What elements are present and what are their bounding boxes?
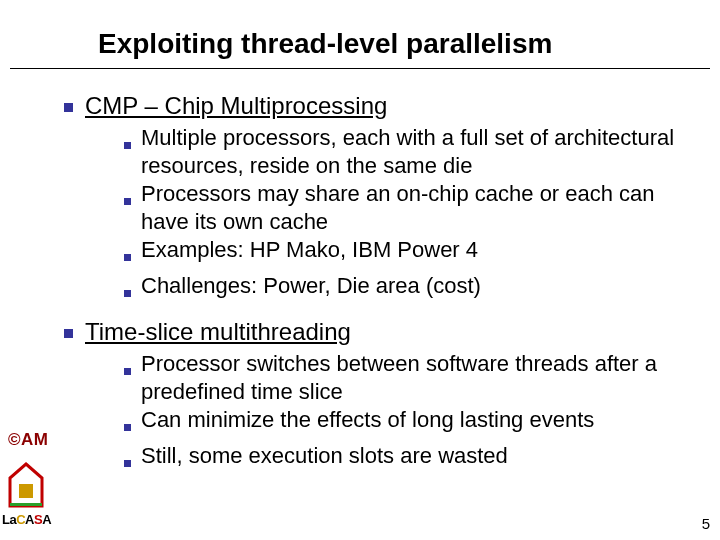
slide-content: CMP – Chip Multiprocessing Multiple proc… [64,92,704,488]
topic-sublist: Processor switches between software thre… [124,350,704,478]
bullet-small-square-icon [124,290,131,297]
sub-point-text: Processor switches between software thre… [141,350,704,406]
page-number: 5 [702,515,710,532]
topic-row: CMP – Chip Multiprocessing [64,92,704,120]
sub-point: Multiple processors, each with a full se… [124,124,704,180]
sub-point: Can minimize the effects of long lasting… [124,406,704,442]
lacasa-logo-icon [6,462,46,510]
slide-title: Exploiting thread-level parallelism [98,28,552,60]
lacasa-c: C [16,512,25,527]
sub-point-text: Can minimize the effects of long lasting… [141,406,704,434]
sub-point: Examples: HP Mako, IBM Power 4 [124,236,704,272]
sub-point-text: Processors may share an on-chip cache or… [141,180,704,236]
topic-heading: Time-slice multithreading [85,318,351,345]
svg-rect-1 [19,484,33,498]
sub-point-text: Multiple processors, each with a full se… [141,124,704,180]
lacasa-a2: A [42,512,51,527]
sub-point: Processors may share an on-chip cache or… [124,180,704,236]
bullet-small-square-icon [124,142,131,149]
lacasa-label: LaCASA [2,512,51,527]
sub-point: Processor switches between software thre… [124,350,704,406]
topic-sublist: Multiple processors, each with a full se… [124,124,704,308]
lacasa-s: S [34,512,42,527]
bullet-small-square-icon [124,460,131,467]
bullet-small-square-icon [124,368,131,375]
lacasa-a: A [25,512,34,527]
bullet-small-square-icon [124,254,131,261]
bullet-square-icon [64,329,73,338]
bullet-small-square-icon [124,424,131,431]
bullet-small-square-icon [124,198,131,205]
topic-row: Time-slice multithreading [64,318,704,346]
sub-point: Still, some execution slots are wasted [124,442,704,478]
lacasa-la: La [2,512,16,527]
bullet-square-icon [64,103,73,112]
sub-point-text: Examples: HP Mako, IBM Power 4 [141,236,704,264]
sub-point: Challenges: Power, Die area (cost) [124,272,704,308]
topic-heading: CMP – Chip Multiprocessing [85,92,387,119]
svg-rect-2 [10,503,42,506]
copyright-am: ©AM [8,430,48,450]
sub-point-text: Challenges: Power, Die area (cost) [141,272,704,300]
sub-point-text: Still, some execution slots are wasted [141,442,704,470]
title-divider [10,68,710,69]
